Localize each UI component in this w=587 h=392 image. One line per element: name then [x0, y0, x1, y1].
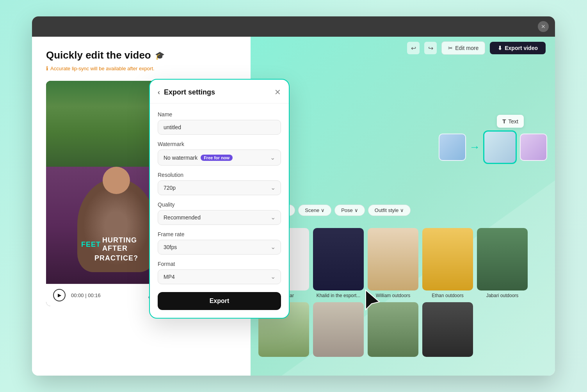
person-head	[103, 167, 130, 194]
model-label-ethan: Ethan outdoors	[422, 293, 473, 298]
app-window: ✕ Quickly edit the video 🎓 ℹ Accurate li…	[32, 16, 555, 376]
watermark-left: No watermark Free for now	[164, 155, 233, 161]
model-image2-4	[422, 302, 473, 357]
name-input[interactable]	[158, 120, 281, 135]
frame-rate-value: 30fps	[164, 244, 177, 250]
watermark-label: Watermark	[158, 141, 281, 147]
format-field-group: Format MP4	[158, 261, 281, 284]
quality-value: Recommended	[164, 214, 201, 221]
video-text-line2: PRACTICE?	[94, 254, 138, 262]
filter-scene-label: Scene	[305, 207, 319, 213]
chevron-icon-2: ∨	[321, 207, 325, 213]
time-total: 00:16	[88, 292, 101, 298]
export-button[interactable]: Export	[158, 292, 281, 310]
avatar-thumb-main[interactable]	[483, 130, 517, 164]
text-tool[interactable]: T Text	[497, 115, 524, 128]
filter-tabs: Industry ∨ Scene ∨ Pose ∨ Outfit style ∨	[251, 205, 555, 216]
time-display: 00:00 | 00:16	[71, 292, 101, 298]
model-cards-row-2	[251, 302, 555, 357]
filter-outfit-label: Outfit style	[375, 207, 398, 213]
resolution-field-group: Resolution 720p	[158, 172, 281, 195]
play-button[interactable]: ▶	[53, 289, 66, 301]
text-tool-label: Text	[508, 118, 518, 125]
avatar-arrow-icon: →	[469, 141, 480, 153]
window-close-button[interactable]: ✕	[538, 21, 549, 32]
warning-text: ℹ Accurate lip-sync will be available af…	[46, 65, 237, 71]
quality-select-wrapper: Recommended	[158, 210, 281, 225]
model-card-ethan[interactable]: Ethan outdoors	[422, 228, 473, 298]
avatar-thumb-2[interactable]	[520, 134, 547, 161]
watermark-chevron-icon: ⌄	[270, 154, 275, 161]
graduation-icon: 🎓	[155, 51, 165, 60]
undo-button[interactable]: ↩	[407, 42, 420, 54]
format-value: MP4	[164, 274, 175, 280]
model-card-jabari[interactable]: Jabari outdoors	[477, 228, 528, 298]
page-title-text: Quickly edit the video	[46, 49, 151, 61]
model-image-jabari	[477, 228, 528, 290]
filter-tab-pose[interactable]: Pose ∨	[334, 205, 365, 216]
edit-more-button[interactable]: ✂ Edit more	[441, 41, 485, 55]
quality-select[interactable]: Recommended	[158, 210, 281, 225]
model-card-william[interactable]: William outdoors	[368, 228, 418, 298]
modal-header: ‹ Export settings ✕	[150, 80, 289, 103]
name-field-group: Name	[158, 111, 281, 135]
time-current: 00:00	[71, 292, 84, 298]
text-feet: FEET	[81, 241, 101, 249]
model-label-jabari: Jabari outdoors	[477, 293, 528, 298]
frame-rate-label: Frame rate	[158, 231, 281, 237]
modal-back-button[interactable]: ‹	[158, 88, 160, 96]
warning-icon: ℹ	[46, 65, 48, 71]
export-video-button[interactable]: ⬇ Export video	[490, 42, 546, 54]
model-label-william: William outdoors	[368, 293, 418, 298]
free-badge: Free for now	[201, 155, 233, 161]
model-image-khalid	[313, 228, 364, 290]
model-card2-2[interactable]	[313, 302, 364, 357]
model-card-khalid[interactable]: Khalid in the esport...	[313, 228, 364, 298]
model-image2-2	[313, 302, 364, 357]
model-label-khalid: Khalid in the esport...	[313, 293, 364, 298]
resolution-select[interactable]: 720p	[158, 180, 281, 195]
text-hurting: HURTING AFTER	[102, 236, 151, 253]
title-bar: ✕	[32, 16, 555, 37]
model-card2-3[interactable]	[368, 302, 418, 357]
modal-close-button[interactable]: ✕	[274, 87, 281, 97]
scissors-icon: ✂	[448, 45, 453, 51]
modal-body: Name Watermark No watermark Free for now…	[150, 103, 289, 318]
watermark-field-group: Watermark No watermark Free for now ⌄	[158, 141, 281, 166]
model-card2-4[interactable]	[422, 302, 473, 357]
model-cards-row-1: 👤 No avatar Khalid in the esport... Will…	[251, 228, 555, 298]
watermark-value: No watermark	[164, 155, 197, 161]
frame-rate-select-wrapper: 30fps	[158, 240, 281, 255]
resolution-select-wrapper: 720p	[158, 180, 281, 195]
frame-rate-select[interactable]: 30fps	[158, 240, 281, 255]
filter-tab-outfit[interactable]: Outfit style ∨	[368, 205, 411, 216]
resolution-label: Resolution	[158, 172, 281, 178]
text-tool-icon: T	[502, 118, 506, 125]
export-settings-modal: ‹ Export settings ✕ Name Watermark No wa…	[149, 79, 290, 319]
format-label: Format	[158, 261, 281, 267]
edit-more-label: Edit more	[455, 45, 478, 51]
export-video-label: Export video	[505, 45, 538, 51]
right-toolbar: ↩ ↪ ✂ Edit more ⬇ Export video	[251, 37, 555, 59]
format-select[interactable]: MP4	[158, 269, 281, 284]
model-image-ethan	[422, 228, 473, 290]
name-label: Name	[158, 111, 281, 118]
model-image-william	[368, 228, 418, 290]
filter-pose-label: Pose	[341, 207, 353, 213]
modal-title: Export settings	[164, 88, 270, 96]
format-select-wrapper: MP4	[158, 269, 281, 284]
redo-button[interactable]: ↪	[424, 42, 437, 54]
avatar-thumbnail-row: →	[439, 130, 547, 164]
chevron-icon-3: ∨	[354, 207, 358, 213]
watermark-select[interactable]: No watermark Free for now ⌄	[158, 150, 281, 166]
resolution-value: 720p	[164, 185, 176, 191]
avatar-thumb-1[interactable]	[439, 134, 466, 161]
quality-label: Quality	[158, 201, 281, 208]
main-content: Quickly edit the video 🎓 ℹ Accurate lip-…	[32, 37, 555, 376]
filter-tab-scene[interactable]: Scene ∨	[298, 205, 331, 216]
quality-field-group: Quality Recommended	[158, 201, 281, 225]
warning-message: Accurate lip-sync will be available afte…	[50, 66, 155, 71]
text-practice: PRACTICE?	[94, 254, 138, 262]
video-text-overlay: FEET HURTING AFTER	[81, 236, 151, 253]
model-image2-3	[368, 302, 418, 357]
